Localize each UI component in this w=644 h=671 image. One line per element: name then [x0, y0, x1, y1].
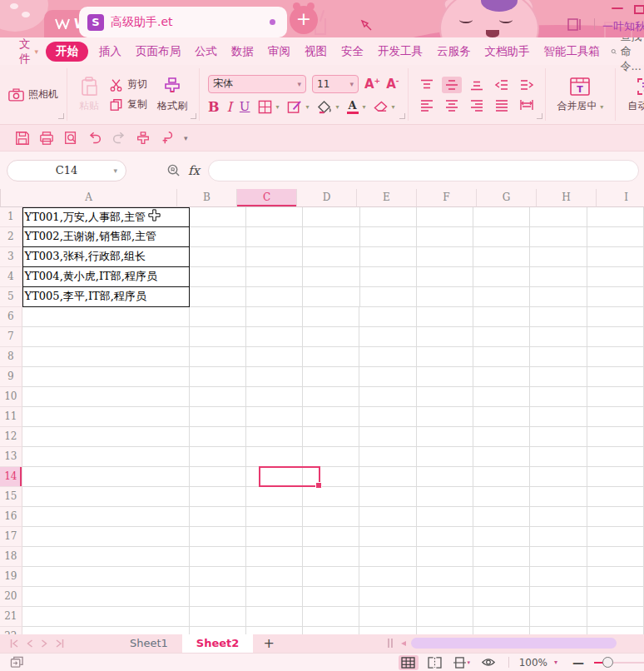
minimize-button[interactable]: — — [608, 2, 627, 17]
cell-H21[interactable] — [530, 607, 587, 627]
cell-G14[interactable] — [473, 467, 530, 487]
column-header-B[interactable]: B — [177, 189, 237, 207]
cell-E12[interactable] — [359, 427, 416, 447]
menu-tab-11[interactable]: 智能工具箱 — [541, 42, 604, 62]
group-expander-icon[interactable] — [191, 113, 196, 119]
row-header-9[interactable]: 9 — [0, 367, 22, 387]
cell-F8[interactable] — [417, 347, 473, 367]
column-header-A[interactable]: A — [1, 189, 177, 207]
cell-F21[interactable] — [417, 607, 473, 627]
last-sheet-icon[interactable] — [55, 639, 64, 648]
cell-D16[interactable] — [303, 507, 359, 527]
cell-I14[interactable] — [587, 467, 644, 487]
cell-I1[interactable] — [587, 207, 644, 227]
cell-G5[interactable] — [473, 287, 530, 307]
row-header-19[interactable]: 19 — [0, 567, 22, 587]
scroll-left-icon[interactable] — [401, 641, 406, 646]
menu-tab-7[interactable]: 安全 — [338, 42, 367, 62]
font-size-select[interactable]: 11 ▾ — [312, 75, 359, 93]
cell-C9[interactable] — [246, 367, 303, 387]
cell-E14[interactable] — [359, 467, 416, 487]
zoom-level[interactable]: 100% — [519, 657, 547, 669]
row-header-17[interactable]: 17 — [0, 527, 22, 547]
first-sheet-icon[interactable] — [10, 639, 19, 648]
row-header-6[interactable]: 6 — [0, 307, 22, 327]
save-icon[interactable] — [15, 131, 30, 146]
font-name-select[interactable]: 宋体 ▾ — [208, 75, 306, 93]
cell-I6[interactable] — [587, 307, 644, 327]
cell-B1[interactable] — [190, 207, 246, 227]
cell-G4[interactable] — [473, 267, 530, 287]
cell-F22[interactable] — [417, 627, 473, 634]
cell-A3[interactable]: YT003,张科,行政部,组长 — [22, 247, 190, 267]
row-header-13[interactable]: 13 — [0, 447, 22, 467]
eraser-button[interactable]: ▾ — [374, 101, 395, 113]
cell-B18[interactable] — [190, 547, 246, 567]
cell-A6[interactable] — [22, 307, 190, 327]
cell-D13[interactable] — [303, 447, 359, 467]
cell-I5[interactable] — [587, 287, 644, 307]
cell-C13[interactable] — [246, 447, 303, 467]
group-expander-icon[interactable] — [537, 113, 542, 119]
cell-C8[interactable] — [246, 347, 303, 367]
zoom-slider-handle[interactable] — [602, 657, 613, 668]
column-header-F[interactable]: F — [417, 189, 477, 207]
cell-E2[interactable] — [360, 227, 417, 247]
decrease-indent-button[interactable] — [492, 77, 512, 93]
sheet-tab-sheet2[interactable]: Sheet2 — [182, 634, 254, 653]
cell-I2[interactable] — [587, 227, 644, 247]
cell-H6[interactable] — [530, 307, 587, 327]
cell-A20[interactable] — [22, 587, 190, 607]
cell-I9[interactable] — [587, 367, 644, 387]
cell-D10[interactable] — [303, 387, 359, 407]
cell-G1[interactable] — [473, 207, 530, 227]
cell-A22[interactable] — [22, 627, 190, 634]
cell-D22[interactable] — [303, 627, 359, 634]
cell-B17[interactable] — [190, 527, 246, 547]
cell-C18[interactable] — [246, 547, 303, 567]
cell-B7[interactable] — [190, 327, 246, 347]
cell-C3[interactable] — [246, 247, 303, 267]
cell-H3[interactable] — [530, 247, 587, 267]
cell-A15[interactable] — [22, 487, 190, 507]
zoom-chevron-down-icon[interactable]: ▾ — [554, 659, 557, 666]
zoom-slider[interactable] — [594, 655, 644, 670]
group-expander-icon[interactable] — [399, 113, 405, 119]
cell-F1[interactable] — [417, 207, 473, 227]
cell-G6[interactable] — [473, 307, 530, 327]
cell-F16[interactable] — [417, 507, 473, 527]
cell-D12[interactable] — [303, 427, 359, 447]
row-header-5[interactable]: 5 — [0, 287, 22, 307]
cell-F15[interactable] — [417, 487, 473, 507]
cell-C2[interactable] — [246, 227, 303, 247]
bold-button[interactable]: B — [208, 99, 220, 115]
print-icon[interactable] — [39, 131, 54, 146]
increase-font-button[interactable]: A+ — [364, 77, 380, 92]
cell-E7[interactable] — [359, 327, 416, 347]
align-top-button[interactable] — [417, 77, 437, 93]
cell-E19[interactable] — [359, 567, 416, 587]
cell-F20[interactable] — [417, 587, 473, 607]
row-header-12[interactable]: 12 — [0, 427, 22, 447]
cell-F4[interactable] — [417, 267, 473, 287]
cell-F11[interactable] — [417, 407, 473, 427]
cell-D5[interactable] — [303, 287, 359, 307]
cell-F12[interactable] — [417, 427, 473, 447]
cell-B4[interactable] — [190, 267, 246, 287]
cell-I3[interactable] — [587, 247, 644, 267]
cell-B14[interactable] — [190, 467, 246, 487]
cell-A7[interactable] — [22, 327, 190, 347]
cell-E16[interactable] — [359, 507, 416, 527]
cell-H12[interactable] — [530, 427, 587, 447]
align-middle-button[interactable] — [442, 77, 462, 93]
cell-I7[interactable] — [587, 327, 644, 347]
cell-B8[interactable] — [190, 347, 246, 367]
row-header-10[interactable]: 10 — [0, 387, 22, 407]
cell-E13[interactable] — [359, 447, 416, 467]
menu-tab-4[interactable]: 数据 — [228, 42, 257, 62]
menu-tab-6[interactable]: 视图 — [301, 42, 330, 62]
cell-B13[interactable] — [190, 447, 246, 467]
cell-F14[interactable] — [417, 467, 473, 487]
cell-E18[interactable] — [359, 547, 416, 567]
font-color-button[interactable]: A ▾ — [347, 100, 366, 114]
